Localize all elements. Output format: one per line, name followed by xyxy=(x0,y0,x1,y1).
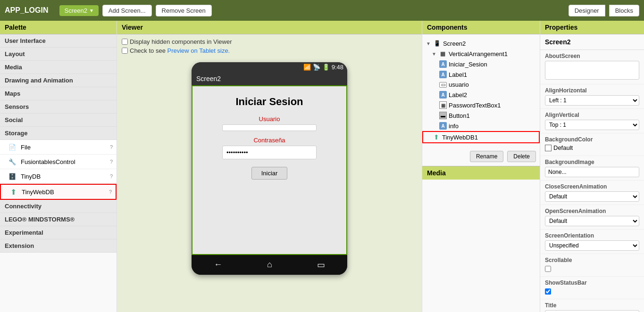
prop-scrollable: Scrollable xyxy=(540,254,644,277)
comp-tinywebdb1[interactable]: ⬆ TinyWebDB1 xyxy=(422,131,540,143)
comp-label1[interactable]: A Label1 xyxy=(422,69,540,80)
properties-screen-name: Screen2 xyxy=(540,34,644,50)
comp-label2[interactable]: A Label2 xyxy=(422,90,540,100)
palette-cat-experimental[interactable]: Experimental xyxy=(0,226,117,239)
phone-iniciar-button[interactable]: Iniciar xyxy=(251,167,288,180)
components-panel: Components ▼ 📱 Screen2 ▼ ▦ VerticalArran… xyxy=(422,21,540,312)
title-input[interactable] xyxy=(545,310,639,312)
comp-passwordbox[interactable]: ▦ PasswordTextBox1 xyxy=(422,100,540,110)
expand-icon: ▼ xyxy=(426,41,431,46)
tablet-preview-checkbox-row: Check to see Preview on Tablet size. xyxy=(122,47,417,54)
comp-vertical1[interactable]: ▼ ▦ VerticalArrangement1 xyxy=(422,49,540,59)
phone-mockup: 📶 📡 🔋 9:48 Screen2 Iniciar Sesion Usuari… xyxy=(192,62,347,275)
tablet-preview-checkbox[interactable] xyxy=(122,48,128,54)
prop-show-status-bar: ShowStatusBar xyxy=(540,277,644,299)
palette-cat-storage[interactable]: Storage xyxy=(0,127,117,140)
clock: 9:48 xyxy=(332,64,343,71)
screen-orientation-select[interactable]: Unspecified xyxy=(545,240,639,251)
hidden-components-checkbox-row: Display hidden components in Viewer xyxy=(122,38,417,45)
label-icon-2: A xyxy=(439,71,447,78)
palette-panel: Palette User Interface Layout Media Draw… xyxy=(0,21,117,312)
topbar: APP_LOGIN Screen2 ▼ Add Screen... Remove… xyxy=(0,0,644,21)
wifi-icon: 📶 xyxy=(303,64,311,71)
button-icon: ▬ xyxy=(439,112,447,119)
palette-cat-media[interactable]: Media xyxy=(0,61,117,74)
prop-align-vertical: AlignVertical Top : 1 xyxy=(540,109,644,133)
tinywebdb-icon: ⬆ xyxy=(433,133,440,141)
layout-icon: ▦ xyxy=(439,50,447,57)
delete-button[interactable]: Delete xyxy=(507,151,536,162)
open-screen-anim-select[interactable]: Default xyxy=(545,216,639,226)
palette-item-tinywebdb[interactable]: ⬆ TinyWebDB ? xyxy=(0,184,117,200)
tinydb-icon: 🗄️ xyxy=(8,172,17,181)
comp-usuario[interactable]: ▭ usuario xyxy=(422,80,540,90)
screen-selector-button[interactable]: Screen2 ▼ xyxy=(59,5,98,16)
palette-cat-maps[interactable]: Maps xyxy=(0,87,117,100)
input-icon-1: ▭ xyxy=(439,82,447,88)
palette-item-file[interactable]: 📄 File ? xyxy=(0,140,117,155)
prop-title: Title xyxy=(540,299,644,312)
phone-usuario-label: Usuario xyxy=(259,115,280,123)
comp-iniciar-sesion[interactable]: A Iniciar_Sesion xyxy=(422,59,540,69)
palette-header: Palette xyxy=(0,21,117,34)
properties-panel: Properties Screen2 AboutScreen AlignHori… xyxy=(540,21,644,312)
main-layout: Palette User Interface Layout Media Draw… xyxy=(0,21,644,312)
recent-nav-icon: ▭ xyxy=(317,260,325,270)
prop-background-image: BackgroundImage xyxy=(540,156,644,181)
rename-button[interactable]: Rename xyxy=(470,151,503,162)
designer-button[interactable]: Designer xyxy=(569,5,605,16)
comp-screen2[interactable]: ▼ 📱 Screen2 xyxy=(422,38,540,49)
prop-close-screen-anim: CloseScreenAnimation Default xyxy=(540,181,644,205)
comp-button1[interactable]: ▬ Button1 xyxy=(422,110,540,121)
fusiontables-icon: 🔧 xyxy=(8,157,17,166)
blocks-button[interactable]: Blocks xyxy=(609,5,639,16)
label-icon-1: A xyxy=(439,60,447,68)
background-color-swatch: Default xyxy=(545,144,573,151)
remove-screen-button[interactable]: Remove Screen xyxy=(156,5,212,16)
close-screen-anim-select[interactable]: Default xyxy=(545,191,639,202)
palette-cat-social[interactable]: Social xyxy=(0,114,117,127)
hidden-components-checkbox[interactable] xyxy=(122,39,128,45)
comp-info[interactable]: A info xyxy=(422,121,540,131)
phone-screen-title: Screen2 xyxy=(192,72,347,85)
component-actions: Rename Delete xyxy=(422,147,540,166)
color-box xyxy=(545,145,552,151)
scrollable-checkbox[interactable] xyxy=(545,266,551,272)
tablet-preview-link[interactable]: Preview on Tablet size. xyxy=(167,47,230,54)
phone-content: Iniciar Sesion Usuario Contraseña ••••••… xyxy=(192,85,347,255)
palette-item-fusiontables[interactable]: 🔧 FusiontablesControl ? xyxy=(0,155,117,169)
back-nav-icon: ← xyxy=(214,260,222,270)
palette-item-tinydb[interactable]: 🗄️ TinyDB ? xyxy=(0,169,117,184)
prop-background-color: BackgroundColor Default xyxy=(540,133,644,156)
palette-cat-user-interface[interactable]: User Interface xyxy=(0,34,117,48)
align-horizontal-select[interactable]: Left : 1 xyxy=(545,95,639,106)
palette-cat-lego[interactable]: LEGO® MINDSTORMS® xyxy=(0,213,117,226)
home-nav-icon: ⌂ xyxy=(267,260,272,270)
label-icon-3: A xyxy=(439,91,447,99)
prop-screen-orientation: ScreenOrientation Unspecified xyxy=(540,230,644,254)
palette-cat-layout[interactable]: Layout xyxy=(0,48,117,61)
palette-cat-sensors[interactable]: Sensors xyxy=(0,100,117,114)
about-screen-input[interactable] xyxy=(545,61,639,80)
viewer-header: Viewer xyxy=(117,21,422,34)
label-icon-4: A xyxy=(439,122,447,130)
background-image-input[interactable] xyxy=(545,167,639,177)
phone-wrapper: 📶 📡 🔋 9:48 Screen2 Iniciar Sesion Usuari… xyxy=(117,60,422,275)
viewer-panel: Viewer Display hidden components in View… xyxy=(117,21,422,312)
media-section-header: Media xyxy=(422,166,540,180)
prop-open-screen-anim: OpenScreenAnimation Default xyxy=(540,205,644,230)
palette-cat-connectivity[interactable]: Connectivity xyxy=(0,200,117,213)
show-status-bar-checkbox[interactable] xyxy=(545,288,551,295)
app-title: APP_LOGIN xyxy=(5,6,48,15)
palette-cat-drawing[interactable]: Drawing and Animation xyxy=(0,74,117,87)
properties-header: Properties xyxy=(540,21,644,34)
component-tree: ▼ 📱 Screen2 ▼ ▦ VerticalArrangement1 A I… xyxy=(422,34,540,147)
phone-usuario-input[interactable] xyxy=(222,124,317,131)
palette-cat-extension[interactable]: Extension xyxy=(0,239,117,253)
align-vertical-select[interactable]: Top : 1 xyxy=(545,120,639,130)
battery-icon: 🔋 xyxy=(322,64,330,71)
viewer-controls: Display hidden components in Viewer Chec… xyxy=(117,34,422,60)
phone-password-input[interactable]: •••••••••• xyxy=(222,146,317,159)
components-header: Components xyxy=(422,21,540,34)
add-screen-button[interactable]: Add Screen... xyxy=(102,5,152,16)
